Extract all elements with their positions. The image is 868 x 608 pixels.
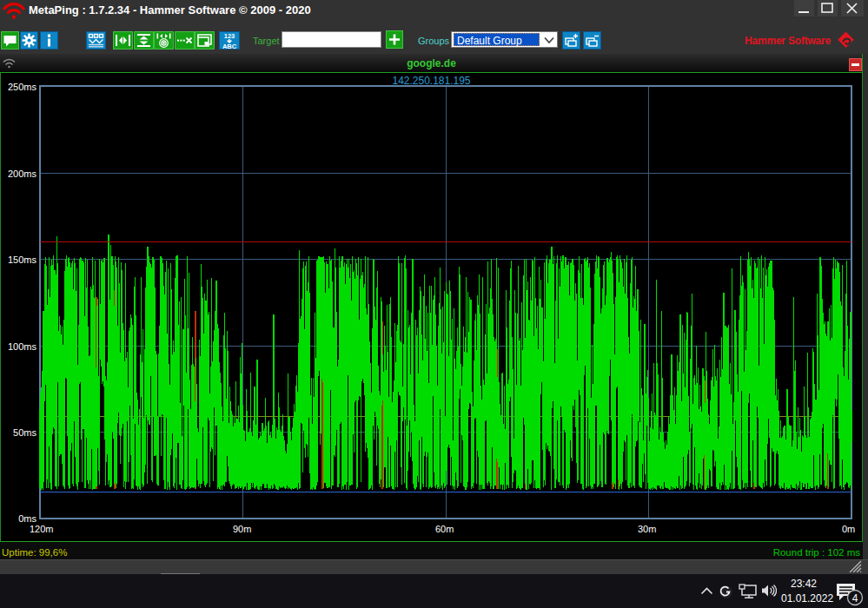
- svg-text:4: 4: [852, 592, 858, 605]
